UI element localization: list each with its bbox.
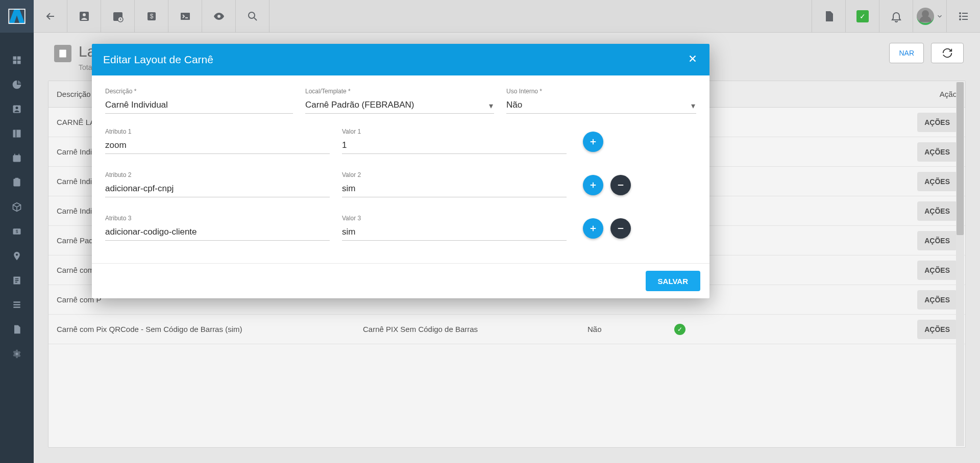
nav-reports[interactable] [0,72,34,97]
field-uso-interno: Uso Interno * ▾ [506,88,696,114]
save-button[interactable]: SALVAR [646,271,700,291]
input-valor[interactable] [342,182,567,197]
row-actions-button[interactable]: AÇÕES [917,231,957,250]
schedule-icon[interactable] [101,0,135,33]
row-actions-button[interactable]: AÇÕES [917,320,957,339]
cell-descricao: Carnê com Pix QRCode - Sem Código de Bar… [48,325,355,333]
modal-title: Editar Layout de Carnê [103,54,213,66]
nav-settings[interactable] [0,342,34,366]
input-descricao[interactable] [105,98,293,114]
input-atributo[interactable] [105,138,330,154]
add-button[interactable]: NAR [889,43,924,63]
add-attribute-button[interactable] [583,132,603,152]
nav-tasks[interactable] [0,170,34,195]
nav-account[interactable] [0,97,34,121]
svg-rect-42 [59,50,66,58]
attribute-row: Atributo 1Valor 1 [105,128,696,154]
row-actions-button[interactable]: AÇÕES [917,290,957,310]
status-ok-icon[interactable]: ✓ [845,0,879,33]
add-attribute-button[interactable] [583,175,603,195]
svg-rect-4 [13,61,17,64]
field-valor: Valor 2 [342,171,567,197]
row-actions-button[interactable]: AÇÕES [917,201,957,221]
label-template: Local/Template * [305,88,494,95]
select-template[interactable] [305,98,494,114]
close-icon[interactable] [687,53,698,66]
user-avatar[interactable] [913,0,946,33]
nav-file[interactable] [0,317,34,342]
svg-rect-11 [13,155,21,162]
input-valor[interactable] [342,225,567,241]
nav-products[interactable] [0,195,34,219]
row-actions-button[interactable]: AÇÕES [917,113,957,132]
svg-rect-25 [13,306,20,308]
label-valor: Valor 1 [342,128,567,135]
refresh-button[interactable] [931,43,964,63]
label-valor: Valor 2 [342,171,567,178]
field-valor: Valor 1 [342,128,567,154]
svg-point-28 [83,13,86,16]
menu-icon[interactable] [946,0,980,33]
svg-rect-24 [13,304,20,305]
label-atributo: Atributo 3 [105,215,330,222]
attribute-row: Atributo 2Valor 2 [105,171,696,197]
nav-panels[interactable] [0,121,34,146]
search-icon[interactable] [236,0,270,33]
input-atributo[interactable] [105,225,330,241]
nav-lists[interactable] [0,293,34,317]
attribute-row: Atributo 3Valor 3 [105,215,696,241]
doc-icon [54,45,71,62]
cell-template: Carnê PIX Sem Código de Barras [355,325,579,333]
notifications-icon[interactable] [879,0,913,33]
nav-location[interactable] [0,244,34,268]
input-valor[interactable] [342,138,567,154]
svg-point-35 [249,12,255,18]
chevron-down-icon [936,13,943,20]
nav-dashboard[interactable] [0,48,34,72]
row-actions-button[interactable]: AÇÕES [917,261,957,280]
nav-billing[interactable]: $ [0,219,34,244]
nav-docs[interactable] [0,268,34,293]
label-uso-interno: Uso Interno * [506,88,696,95]
field-atributo: Atributo 1 [105,128,330,154]
remove-attribute-button[interactable] [610,218,631,239]
svg-rect-13 [18,154,19,156]
svg-rect-5 [17,61,21,64]
nav-calendar[interactable] [0,146,34,170]
svg-rect-15 [15,178,19,179]
pdf-icon[interactable] [812,0,845,33]
cell-uso: Não [579,325,666,333]
field-valor: Valor 3 [342,215,567,241]
svg-rect-33 [181,13,190,20]
payment-icon[interactable]: $ [135,0,168,33]
app-logo[interactable] [0,0,34,33]
contact-icon[interactable] [67,0,101,33]
modal-footer: SALVAR [92,263,709,298]
svg-rect-3 [17,57,21,60]
svg-point-36 [960,13,961,14]
select-uso-interno[interactable] [506,98,696,114]
cell-publicado: ✓ [666,324,909,335]
svg-point-18 [16,253,18,255]
field-descricao: Descrição * [105,88,293,114]
preview-icon[interactable] [202,0,236,33]
remove-attribute-button[interactable] [610,175,631,195]
svg-point-38 [960,16,961,17]
row-actions-button[interactable]: AÇÕES [917,172,957,191]
svg-point-34 [217,15,220,18]
scrollbar[interactable] [956,82,964,446]
input-atributo[interactable] [105,182,330,197]
table-row: Carnê com Pix QRCode - Sem Código de Bar… [48,315,965,344]
svg-marker-0 [9,9,25,23]
row-actions-button[interactable]: AÇÕES [917,142,957,162]
svg-rect-2 [13,57,17,60]
add-attribute-button[interactable] [583,218,603,239]
field-atributo: Atributo 3 [105,215,330,241]
back-button[interactable] [34,0,67,33]
svg-rect-23 [13,301,20,303]
terminal-icon[interactable] [168,0,202,33]
field-atributo: Atributo 2 [105,171,330,197]
svg-text:$: $ [150,13,153,20]
svg-point-7 [16,107,18,109]
modal-header: Editar Layout de Carnê [92,44,709,75]
